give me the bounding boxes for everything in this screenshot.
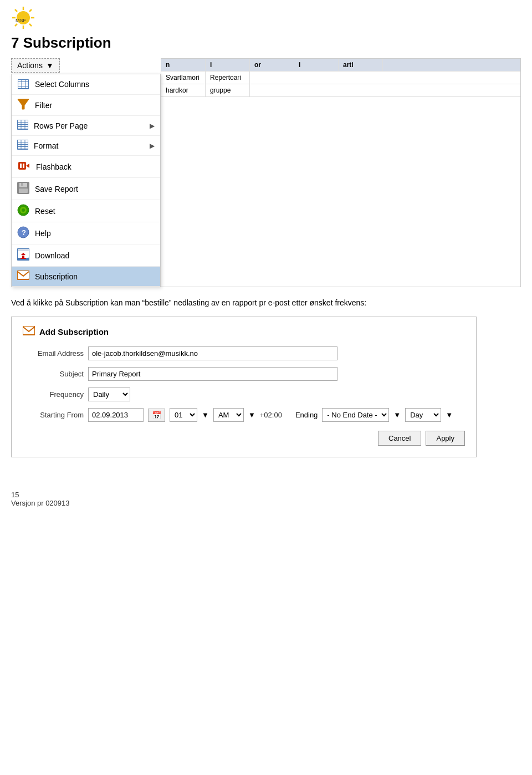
hour-select[interactable]: 010203	[170, 408, 197, 422]
menu-item-reset-label: Reset	[35, 207, 55, 216]
cell-hardkor: hardkor	[161, 84, 206, 96]
menu-item-subscription[interactable]: Subscription	[12, 267, 160, 287]
download-icon	[17, 248, 29, 262]
svg-line-5	[15, 9, 17, 12]
table-background: n i or i arti Svartlamori Repertoari har…	[161, 58, 521, 287]
add-subscription-dialog: Add Subscription Email Address Subject F…	[11, 317, 477, 457]
svg-rect-49	[22, 256, 24, 258]
frequency-row: Frequency Daily Once Weekly Monthly	[23, 387, 465, 401]
svg-rect-27	[18, 142, 28, 144]
svg-marker-17	[18, 99, 29, 109]
actions-chevron: ▼	[46, 61, 54, 70]
ending-label: Ending	[295, 411, 318, 419]
menu-item-reset[interactable]: Reset	[12, 200, 160, 222]
svg-rect-26	[18, 140, 28, 142]
dialog-title-text: Add Subscription	[39, 327, 109, 336]
menu-item-select-columns[interactable]: Select Columns	[12, 74, 160, 95]
menu-item-flashback-label: Flashback	[36, 162, 71, 171]
menu-item-subscription-label: Subscription	[35, 272, 78, 281]
svg-text:MSF: MSF	[16, 18, 27, 23]
menu-item-flashback[interactable]: Flashback	[12, 156, 160, 178]
col-n: n	[161, 59, 206, 71]
menu-item-help-label: Help	[35, 229, 51, 238]
svg-rect-21	[18, 125, 28, 126]
version-text: Versjon pr 020913	[11, 499, 521, 507]
email-label: Email Address	[23, 349, 84, 358]
table-header: n i or i arti	[161, 59, 520, 72]
dialog-title-area: Add Subscription	[23, 326, 465, 338]
starting-from-label: Starting From	[23, 411, 84, 419]
grid-icon	[17, 78, 29, 90]
menu-item-download[interactable]: Download	[12, 244, 160, 267]
svg-rect-22	[18, 127, 28, 129]
rows-icon	[17, 120, 28, 131]
actions-button[interactable]: Actions ▼	[11, 58, 60, 73]
svg-rect-20	[18, 123, 28, 124]
help-icon: ?	[17, 226, 29, 240]
svg-rect-28	[18, 145, 28, 146]
svg-point-42	[22, 208, 25, 212]
col-arti: arti	[339, 59, 383, 71]
actions-menu-container: Actions ▼ Select Columns	[11, 58, 161, 287]
flashback-icon	[17, 160, 30, 174]
actions-dropdown: Select Columns Filter	[11, 74, 161, 287]
svg-line-8	[15, 24, 17, 26]
no-end-date-arrow: ▼	[393, 411, 401, 419]
svg-rect-19	[18, 120, 28, 122]
svg-rect-39	[19, 188, 28, 193]
menu-item-filter-label: Filter	[35, 101, 52, 110]
subject-row: Subject	[23, 367, 465, 381]
timezone-label: +02:00	[260, 411, 282, 419]
hour-dropdown-arrow: ▼	[202, 411, 209, 419]
period-select[interactable]: Day Week Month Year	[405, 408, 441, 422]
content-area: Actions ▼ Select Columns	[11, 58, 521, 287]
svg-marker-35	[26, 164, 29, 168]
svg-rect-13	[18, 84, 28, 86]
starting-from-input[interactable]	[88, 408, 144, 422]
format-icon	[17, 140, 28, 151]
cancel-button[interactable]: Cancel	[378, 431, 421, 446]
description-text: Ved å klikke på Subscription kan man “be…	[11, 297, 521, 309]
menu-item-save-report-label: Save Report	[35, 185, 78, 193]
reset-icon	[17, 204, 29, 218]
svg-rect-14	[18, 86, 28, 88]
ampm-select[interactable]: AMPM	[213, 408, 244, 422]
logo-area: MSF	[11, 6, 521, 30]
svg-rect-52	[23, 326, 35, 335]
dialog-footer: Cancel Apply	[23, 431, 465, 446]
menu-item-format[interactable]: Format ▶	[12, 136, 160, 156]
svg-rect-11	[18, 80, 28, 81]
svg-line-7	[29, 9, 32, 12]
svg-rect-47	[18, 249, 29, 251]
calendar-button[interactable]: 📅	[148, 409, 165, 422]
logo-icon: MSF	[11, 6, 35, 30]
subject-input[interactable]	[88, 367, 337, 381]
col-i: i	[206, 59, 250, 71]
email-input[interactable]	[88, 346, 337, 360]
menu-item-format-label: Format	[34, 141, 58, 150]
menu-item-save-report[interactable]: Save Report	[12, 178, 160, 200]
email-row: Email Address	[23, 346, 465, 360]
col-or: or	[250, 59, 294, 71]
cell-svart: Svartlamori	[161, 72, 206, 84]
svg-rect-12	[18, 82, 28, 84]
subject-label: Subject	[23, 370, 84, 378]
format-arrow: ▶	[150, 142, 155, 150]
save-icon	[17, 182, 29, 196]
starting-from-row: Starting From 📅 010203 ▼ AMPM ▼ +02:00 E…	[23, 408, 465, 422]
svg-line-6	[29, 24, 32, 26]
menu-item-filter[interactable]: Filter	[12, 95, 160, 116]
no-end-date-select[interactable]: - No End Date - After By Date	[322, 408, 389, 422]
svg-rect-33	[20, 164, 22, 168]
dialog-title-icon	[23, 326, 35, 338]
frequency-select[interactable]: Daily Once Weekly Monthly	[88, 387, 130, 401]
table-row-2: hardkor gruppe	[161, 84, 520, 97]
apply-button[interactable]: Apply	[426, 431, 465, 446]
filter-icon	[17, 99, 29, 111]
cell-gruppe: gruppe	[206, 84, 250, 96]
menu-item-rows-per-page-label: Rows Per Page	[34, 121, 88, 130]
rows-per-page-arrow: ▶	[150, 122, 155, 130]
menu-item-help[interactable]: ? Help	[12, 222, 160, 244]
period-arrow: ▼	[446, 411, 453, 419]
menu-item-rows-per-page[interactable]: Rows Per Page ▶	[12, 116, 160, 136]
